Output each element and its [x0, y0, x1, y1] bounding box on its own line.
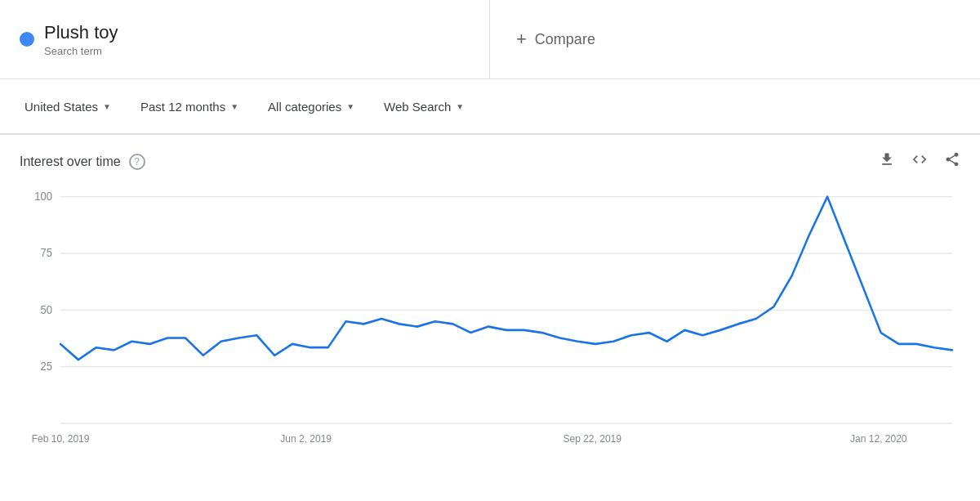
svg-text:25: 25 [41, 360, 52, 373]
chart-svg: 100 75 50 25 Feb 10, 2019 Jun 2, 2019 Se… [20, 188, 960, 450]
region-filter[interactable]: United States ▼ [13, 93, 122, 120]
categories-filter[interactable]: All categories ▼ [256, 93, 366, 120]
share-icon[interactable] [944, 151, 960, 172]
categories-dropdown-arrow: ▼ [346, 102, 354, 111]
chart-section: Interest over time ? 100 [0, 135, 980, 458]
chart-actions [879, 151, 960, 172]
compare-plus-icon: + [516, 29, 527, 50]
search-term-subtitle: Search term [44, 45, 118, 57]
svg-text:Sep 22, 2019: Sep 22, 2019 [563, 433, 621, 445]
search-term-title: Plush toy [44, 22, 118, 43]
svg-text:Feb 10, 2019: Feb 10, 2019 [32, 433, 90, 445]
search-term-dot [20, 32, 34, 47]
help-icon[interactable]: ? [129, 154, 145, 170]
region-dropdown-arrow: ▼ [103, 102, 111, 111]
chart-container: 100 75 50 25 Feb 10, 2019 Jun 2, 2019 Se… [20, 188, 960, 450]
svg-text:Jun 2, 2019: Jun 2, 2019 [280, 433, 332, 445]
header: Plush toy Search term + Compare [0, 0, 980, 79]
region-label: United States [24, 100, 98, 114]
compare-label: Compare [535, 31, 595, 48]
search-term-block: Plush toy Search term [0, 0, 490, 78]
download-icon[interactable] [879, 151, 895, 172]
chart-title-group: Interest over time ? [20, 154, 145, 170]
svg-text:50: 50 [41, 303, 52, 315]
chart-header: Interest over time ? [20, 151, 960, 172]
search-term-text: Plush toy Search term [44, 22, 118, 57]
embed-code-icon[interactable] [911, 151, 928, 172]
search-type-label: Web Search [384, 100, 451, 114]
time-dropdown-arrow: ▼ [230, 102, 238, 111]
filter-bar: United States ▼ Past 12 months ▼ All cat… [0, 79, 980, 135]
svg-text:100: 100 [34, 190, 52, 203]
categories-label: All categories [268, 100, 341, 114]
compare-block[interactable]: + Compare [490, 0, 980, 78]
svg-text:Jan 12, 2020: Jan 12, 2020 [850, 433, 907, 445]
search-type-dropdown-arrow: ▼ [456, 102, 464, 111]
time-filter[interactable]: Past 12 months ▼ [129, 93, 250, 120]
time-label: Past 12 months [140, 100, 225, 114]
chart-title: Interest over time [20, 154, 121, 169]
search-type-filter[interactable]: Web Search ▼ [372, 93, 475, 120]
trend-line [60, 197, 952, 360]
svg-text:75: 75 [41, 247, 52, 259]
help-icon-label: ? [134, 156, 140, 168]
